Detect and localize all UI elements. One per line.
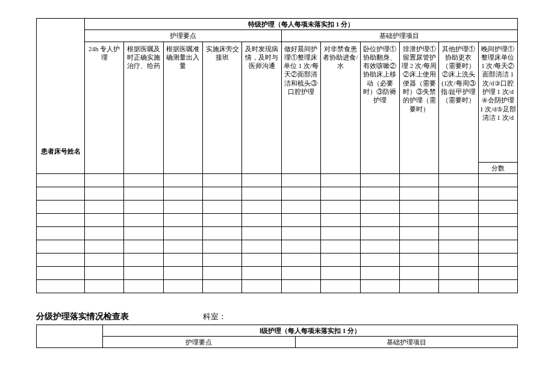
data-cell (124, 200, 163, 213)
data-cell (37, 253, 85, 266)
data-cell (281, 200, 320, 213)
data-cell (37, 226, 85, 240)
data-cell (124, 226, 163, 240)
data-cell (163, 213, 202, 226)
data-cell (399, 213, 438, 226)
data-cell (281, 187, 320, 200)
data-cell (439, 226, 478, 240)
data-cell (360, 253, 399, 266)
data-cell (37, 187, 85, 200)
data-cell (478, 279, 517, 293)
table-row (37, 279, 518, 293)
main-header: 特级护理（每人每项未落实扣 1 分） (85, 19, 518, 30)
data-cell (399, 187, 438, 200)
col-header: 做好晨间护理①整理床单位 1 次/每天②面部清洁和梳头③口腔护理 (281, 42, 320, 173)
data-cell (399, 253, 438, 266)
data-cell (399, 173, 438, 187)
data-cell (360, 213, 399, 226)
col-header: 根据医嘱准确测量出入量 (163, 42, 202, 173)
data-cell (321, 200, 360, 213)
data-cell (242, 213, 281, 226)
table-row (37, 187, 518, 200)
data-cell (478, 173, 517, 187)
data-cell (37, 173, 85, 187)
data-cell (124, 213, 163, 226)
col-header: 晚间护理①整理床单位 1 次/每天②面部清洁 1 次/d③口腔护理 1 次/d④… (478, 42, 517, 162)
data-cell (321, 187, 360, 200)
table-row (37, 253, 518, 266)
data-cell (360, 187, 399, 200)
data-cell (399, 240, 438, 253)
data-cell (321, 279, 360, 293)
data-cell (281, 279, 320, 293)
data-cell (321, 266, 360, 279)
section-title: 分级护理落实情况检查表 (36, 311, 129, 322)
data-cell (85, 226, 124, 240)
group-header-right-2: 基础护理项目 (295, 337, 517, 348)
col-header: 对非禁食患者协助进食/水 (321, 42, 360, 173)
col-header: 排泄护理①留置尿管护理 2 次/每周②床上使用便器（需要时）③失禁的护理（需要时… (399, 42, 438, 173)
data-cell (478, 200, 517, 213)
data-cell (242, 253, 281, 266)
data-cell (85, 240, 124, 253)
data-cell (242, 266, 281, 279)
data-cell (281, 173, 320, 187)
group-header-left: 护理要点 (85, 30, 282, 42)
data-cell (360, 279, 399, 293)
section-2: 分级护理落实情况检查表 科室： Ⅰ级护理（每人每项未落实扣 1 分） 护理要点 … (36, 311, 518, 349)
data-cell (203, 187, 242, 200)
data-cell (439, 279, 478, 293)
data-cell (360, 266, 399, 279)
data-cell (37, 213, 85, 226)
data-cell (478, 266, 517, 279)
data-cell (439, 266, 478, 279)
data-cell (203, 240, 242, 253)
data-cell (124, 279, 163, 293)
nursing-checklist-table-2: Ⅰ级护理（每人每项未落实扣 1 分） 护理要点 基础护理项目 (36, 325, 518, 349)
data-cell (37, 240, 85, 253)
data-cell (124, 266, 163, 279)
data-cell (124, 253, 163, 266)
data-cell (203, 279, 242, 293)
data-cell (85, 173, 124, 187)
data-cell (85, 187, 124, 200)
table-row (37, 240, 518, 253)
table-row (37, 226, 518, 240)
data-cell (163, 279, 202, 293)
main-header-row: 患者床号姓名 特级护理（每人每项未落实扣 1 分） (37, 19, 518, 30)
data-cell (124, 173, 163, 187)
main-header-2: Ⅰ级护理（每人每项未落实扣 1 分） (103, 325, 518, 336)
data-cell (163, 200, 202, 213)
data-cell (163, 266, 202, 279)
data-cell (478, 226, 517, 240)
data-cell (242, 226, 281, 240)
data-cell (85, 279, 124, 293)
data-cell (163, 226, 202, 240)
data-cell (203, 173, 242, 187)
data-cell (281, 253, 320, 266)
data-cell (439, 173, 478, 187)
data-cell (163, 173, 202, 187)
data-cell (360, 200, 399, 213)
data-cell (321, 226, 360, 240)
data-cell (124, 187, 163, 200)
col-header: 及时发现病情，及时与医师沟通 (242, 42, 281, 173)
dept-label: 科室： (203, 311, 226, 322)
data-cell (37, 279, 85, 293)
group-header-left-2: 护理要点 (103, 337, 296, 348)
section-title-row: 分级护理落实情况检查表 科室： (36, 311, 518, 322)
data-cell (439, 187, 478, 200)
data-cell (281, 226, 320, 240)
data-cell (85, 213, 124, 226)
data-cell (242, 240, 281, 253)
data-cell (203, 266, 242, 279)
data-cell (163, 240, 202, 253)
nursing-checklist-table-1: 患者床号姓名 特级护理（每人每项未落实扣 1 分） 护理要点 基础护理项目 24… (36, 18, 518, 293)
data-cell (399, 226, 438, 240)
data-cell (242, 279, 281, 293)
score-label: 分数 (478, 162, 517, 173)
table-row (37, 173, 518, 187)
col-header: 其他护理①协助更衣（需要时）②床上洗头(1次/每周③指/趾甲护理（需要时） (439, 42, 478, 173)
data-cell (37, 266, 85, 279)
data-cell (203, 226, 242, 240)
